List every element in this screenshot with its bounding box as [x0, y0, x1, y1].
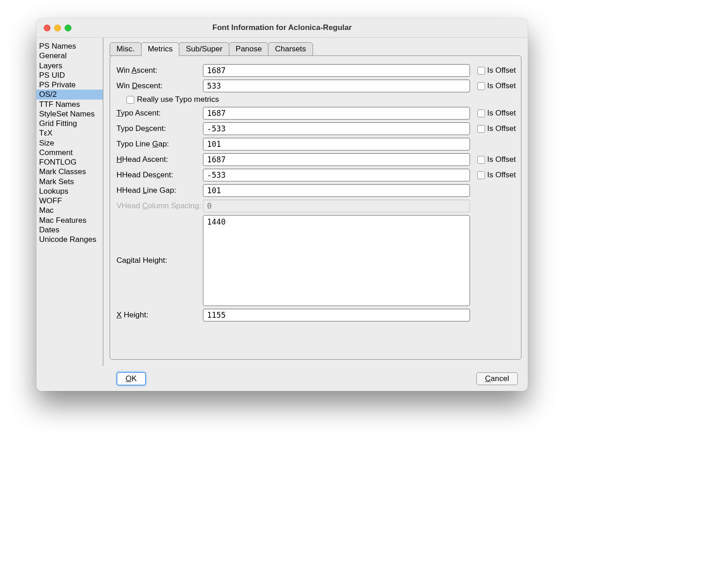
window-title: Font Information for Aclonica-Regular — [36, 23, 528, 32]
metrics-panel: Win Ascent: Is Offset Win Descent: Is Of… — [110, 55, 521, 360]
font-info-window: Font Information for Aclonica-Regular PS… — [36, 18, 528, 391]
sidebar-item-layers[interactable]: Layers — [36, 61, 103, 70]
hhead-line-gap-label: HHead Line Gap: — [116, 186, 203, 195]
sidebar-item-ps-uid[interactable]: PS UID — [36, 70, 103, 80]
hhead-ascent-input[interactable] — [203, 153, 470, 166]
button-bar: OK Cancel — [36, 366, 528, 391]
tab-sub-super[interactable]: Sub/Super — [179, 42, 229, 56]
tab-charsets[interactable]: Charsets — [268, 42, 313, 56]
really-use-typo-checkbox[interactable] — [126, 96, 134, 104]
hhead-descent-input[interactable] — [203, 169, 470, 181]
sidebar-item-lookups[interactable]: Lookups — [36, 186, 103, 196]
typo-line-gap-label: Typo Line Gap: — [116, 140, 203, 149]
vhead-col-spacing-label: VHead Column Spacing: — [116, 201, 203, 211]
capital-height-label: Capital Height: — [116, 256, 203, 265]
typo-ascent-input[interactable] — [203, 107, 470, 120]
hhead-line-gap-input[interactable] — [203, 184, 470, 197]
sidebar-item-styleset-names[interactable]: StyleSet Names — [36, 109, 103, 119]
win-ascent-offset[interactable]: Is Offset — [470, 66, 515, 75]
tab-misc[interactable]: Misc. — [110, 42, 142, 56]
hhead-ascent-label: HHead Ascent: — [116, 155, 203, 164]
win-ascent-label: Win Ascent: — [116, 66, 203, 75]
tab-panose[interactable]: Panose — [229, 42, 269, 56]
sidebar-item-general[interactable]: General — [36, 51, 103, 60]
typo-ascent-label: Typo Ascent: — [116, 109, 203, 118]
typo-ascent-offset[interactable]: Is Offset — [470, 109, 515, 118]
sidebar-item-ps-private[interactable]: PS Private — [36, 80, 103, 90]
win-descent-label: Win Descent: — [116, 81, 203, 90]
minimize-icon[interactable] — [54, 25, 61, 31]
sidebar-item-comment[interactable]: Comment — [36, 148, 103, 157]
sidebar-item-mac-features[interactable]: Mac Features — [36, 216, 103, 225]
really-use-typo-label: Really use Typo metrics — [137, 95, 219, 104]
titlebar: Font Information for Aclonica-Regular — [36, 18, 528, 38]
close-icon[interactable] — [44, 25, 51, 31]
win-descent-input[interactable] — [203, 80, 470, 92]
sidebar-item-size[interactable]: Size — [36, 138, 103, 148]
win-descent-offset[interactable]: Is Offset — [470, 81, 515, 90]
sidebar-item-fontlog[interactable]: FONTLOG — [36, 157, 103, 167]
sidebar-item-unicode-ranges[interactable]: Unicode Ranges — [36, 235, 103, 244]
tab-row: Misc. Metrics Sub/Super Panose Charsets — [110, 42, 521, 56]
content-area: PS Names General Layers PS UID PS Privat… — [36, 38, 528, 366]
sidebar-item-ttf-names[interactable]: TTF Names — [36, 100, 103, 109]
hhead-ascent-offset[interactable]: Is Offset — [470, 155, 515, 164]
sidebar-item-woff[interactable]: WOFF — [36, 196, 103, 206]
hhead-descent-offset[interactable]: Is Offset — [470, 171, 515, 180]
sidebar-item-mark-classes[interactable]: Mark Classes — [36, 167, 103, 176]
sidebar-item-ps-names[interactable]: PS Names — [36, 41, 103, 51]
typo-descent-input[interactable] — [203, 122, 470, 135]
typo-descent-offset[interactable]: Is Offset — [470, 124, 515, 133]
sidebar-item-dates[interactable]: Dates — [36, 225, 103, 235]
x-height-input[interactable] — [203, 309, 470, 321]
sidebar-item-tex[interactable]: TεX — [36, 128, 103, 138]
tab-metrics[interactable]: Metrics — [141, 42, 180, 56]
traffic-lights — [36, 25, 71, 31]
main-panel: Misc. Metrics Sub/Super Panose Charsets … — [103, 38, 528, 366]
ok-button[interactable]: OK — [116, 372, 146, 386]
hhead-descent-label: HHead Descent: — [116, 171, 203, 180]
cancel-button[interactable]: Cancel — [476, 372, 518, 385]
vhead-col-spacing-input — [203, 200, 470, 212]
sidebar-item-mac[interactable]: Mac — [36, 206, 103, 215]
win-ascent-input[interactable] — [203, 64, 470, 77]
typo-line-gap-input[interactable] — [203, 138, 470, 151]
capital-height-input[interactable]: 1440 — [203, 215, 470, 306]
sidebar: PS Names General Layers PS UID PS Privat… — [36, 38, 103, 366]
sidebar-item-grid-fitting[interactable]: Grid Fitting — [36, 119, 103, 128]
sidebar-item-os2[interactable]: OS/2 — [36, 90, 103, 99]
sidebar-item-mark-sets[interactable]: Mark Sets — [36, 177, 103, 186]
zoom-icon[interactable] — [65, 25, 71, 31]
x-height-label: X Height: — [116, 311, 203, 320]
typo-descent-label: Typo Descent: — [116, 124, 203, 133]
